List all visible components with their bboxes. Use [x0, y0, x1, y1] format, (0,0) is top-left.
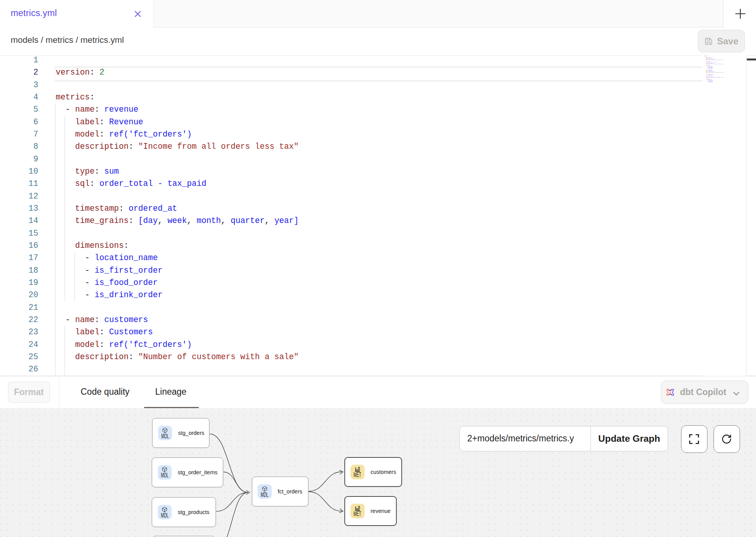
- svg-text:MDL: MDL: [161, 513, 169, 518]
- svg-text:MDL: MDL: [161, 472, 169, 478]
- svg-text:MDL: MDL: [261, 492, 268, 498]
- svg-text:MDL: MDL: [161, 433, 169, 439]
- svg-text:MET: MET: [354, 511, 361, 517]
- svg-text:MET: MET: [354, 472, 361, 478]
